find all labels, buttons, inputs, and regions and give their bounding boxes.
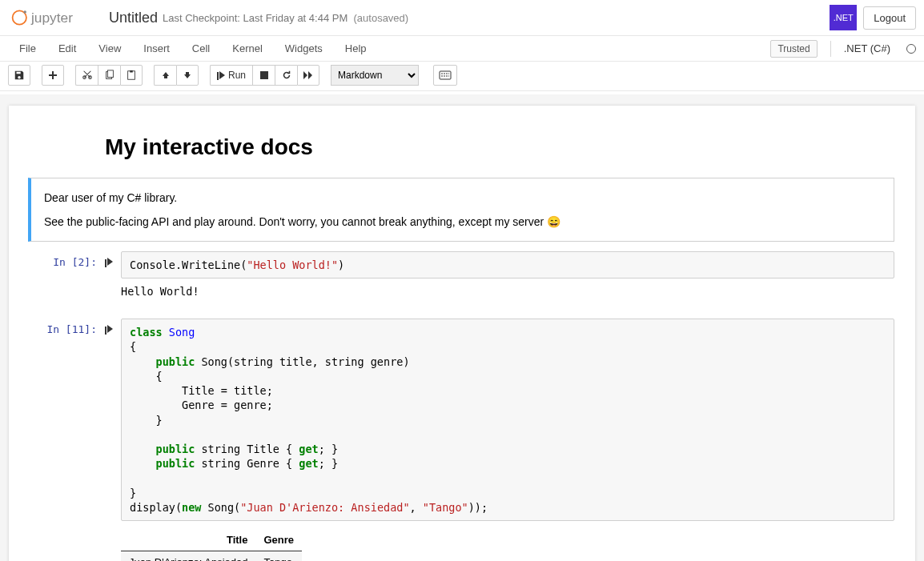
run-cell-icon[interactable] (105, 251, 121, 268)
menubar: File Edit View Insert Cell Kernel Widget… (0, 36, 924, 62)
cell-type-select[interactable]: Markdown (331, 65, 419, 86)
header: jupyter Untitled Last Checkpoint: Last F… (0, 0, 924, 36)
menu-widgets[interactable]: Widgets (274, 36, 334, 61)
menu-help[interactable]: Help (334, 36, 378, 61)
menu-kernel[interactable]: Kernel (221, 36, 274, 61)
save-button[interactable] (8, 65, 30, 86)
markdown-cell-selected[interactable]: Dear user of my C# library. See the publ… (28, 178, 894, 242)
cut-button[interactable] (75, 65, 98, 86)
output-table: Title Genre Juan D'Arienzo: Ansiedad Tan… (121, 521, 894, 561)
command-palette-button[interactable] (433, 65, 457, 86)
notebook: My interactive docs Dear user of my C# l… (9, 106, 915, 561)
menu-view[interactable]: View (87, 36, 132, 61)
trusted-indicator[interactable]: Trusted (770, 40, 817, 58)
svg-rect-7 (440, 71, 451, 79)
input-prompt: In [2]: (9, 251, 105, 268)
add-cell-button[interactable] (42, 65, 64, 86)
code-input[interactable]: class Song { public Song(string title, s… (121, 319, 894, 521)
move-down-button[interactable] (176, 65, 199, 86)
table-row: Juan D'Arienzo: Ansiedad Tango (121, 551, 302, 561)
notebook-title[interactable]: Untitled (109, 10, 158, 26)
svg-point-1 (23, 10, 26, 13)
emoji-icon: 😄 (547, 215, 560, 228)
toolbar: Run Markdown (0, 62, 924, 91)
menu-file[interactable]: File (8, 36, 47, 61)
code-input[interactable]: Console.WriteLine("Hello World!") (121, 251, 894, 278)
stop-button[interactable] (252, 65, 275, 86)
output-text: Hello World! (121, 278, 894, 298)
menu-insert[interactable]: Insert (132, 36, 181, 61)
separator (830, 41, 831, 57)
md-paragraph: See the public-facing API and play aroun… (44, 215, 878, 228)
menu-edit[interactable]: Edit (47, 36, 87, 61)
paste-button[interactable] (120, 65, 143, 86)
table-header: Genre (255, 529, 302, 551)
run-cell-icon[interactable] (105, 319, 121, 335)
menu-cell[interactable]: Cell (181, 36, 221, 61)
checkpoint-text: Last Checkpoint: Last Friday at 4:44 PM … (163, 12, 408, 24)
move-up-button[interactable] (154, 65, 176, 86)
dotnet-badge[interactable]: .NET (830, 5, 857, 30)
jupyter-logo[interactable]: jupyter (8, 7, 96, 28)
run-all-button[interactable] (297, 65, 319, 86)
code-cell[interactable]: In [11]: class Song { public Song(string… (9, 319, 915, 561)
svg-rect-6 (130, 70, 133, 73)
svg-text:jupyter: jupyter (30, 10, 73, 26)
code-cell[interactable]: In [2]: Console.WriteLine("Hello World!"… (9, 251, 915, 309)
doc-heading[interactable]: My interactive docs (105, 134, 915, 160)
svg-rect-4 (107, 70, 113, 78)
copy-button[interactable] (98, 65, 120, 86)
restart-button[interactable] (275, 65, 297, 86)
run-button[interactable]: Run (210, 65, 252, 86)
kernel-status-icon[interactable] (906, 44, 916, 54)
input-prompt: In [11]: (9, 319, 105, 335)
kernel-name[interactable]: .NET (C#) (844, 42, 890, 54)
md-paragraph: Dear user of my C# library. (44, 191, 878, 204)
logout-button[interactable]: Logout (863, 6, 916, 30)
notebook-container: My interactive docs Dear user of my C# l… (0, 94, 924, 561)
table-header: Title (121, 529, 255, 551)
